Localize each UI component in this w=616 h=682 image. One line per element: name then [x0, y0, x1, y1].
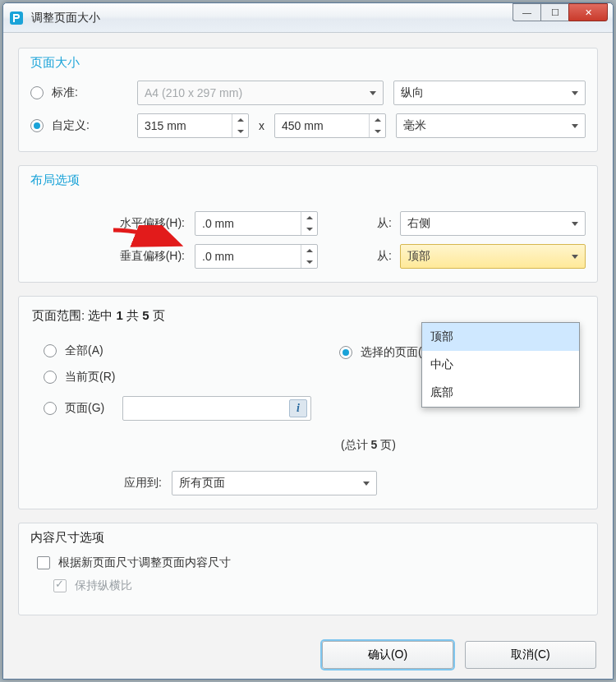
- maximize-button[interactable]: ☐: [540, 3, 568, 21]
- label-x: x: [259, 119, 264, 132]
- chevron-down-icon: [572, 222, 578, 226]
- input-v-offset-value: .0 mm: [202, 250, 234, 263]
- select-page-preset-value: A4 (210 x 297 mm): [145, 86, 242, 99]
- label-pages: 页面(G): [65, 401, 122, 416]
- checkbox-keep-aspect: [53, 579, 67, 592]
- spin-down-icon[interactable]: [370, 126, 385, 137]
- select-apply-to[interactable]: 所有页面: [172, 471, 377, 495]
- input-v-offset[interactable]: .0 mm: [195, 244, 318, 269]
- label-apply-to: 应用到:: [30, 476, 172, 491]
- input-h-offset[interactable]: .0 mm: [195, 211, 318, 236]
- label-current-page: 当前页(R): [65, 370, 115, 385]
- select-unit-value: 毫米: [403, 118, 426, 133]
- checkbox-resize-content[interactable]: [37, 556, 50, 569]
- group-title-layout: 布局选项: [30, 173, 586, 188]
- app-icon: [8, 10, 25, 26]
- select-orientation-value: 纵向: [401, 85, 424, 100]
- dialog-window: 调整页面大小 — ☐ ✕ 页面大小 标准: A4 (210 x 297 mm): [2, 2, 614, 680]
- radio-current-page[interactable]: [44, 371, 57, 384]
- dropdown-item[interactable]: 底部: [422, 379, 579, 407]
- chevron-down-icon: [363, 482, 370, 486]
- group-layout: 布局选项 水平偏移(H): .0 mm 从: 右侧 垂直偏移(H): .0 mm: [18, 165, 598, 283]
- select-v-from-value: 顶部: [407, 249, 430, 264]
- label-from-h: 从:: [318, 216, 400, 231]
- input-height-value: 450 mm: [282, 119, 324, 132]
- input-h-offset-value: .0 mm: [202, 217, 234, 230]
- group-page-size: 页面大小 标准: A4 (210 x 297 mm) 纵向: [18, 48, 598, 152]
- cancel-button[interactable]: 取消(C): [465, 641, 596, 669]
- select-apply-to-value: 所有页面: [179, 476, 225, 491]
- radio-standard[interactable]: [30, 86, 44, 99]
- chevron-down-icon: [572, 124, 578, 128]
- window-controls: — ☐ ✕: [513, 3, 608, 21]
- select-orientation[interactable]: 纵向: [393, 81, 586, 105]
- input-width[interactable]: 315 mm: [137, 113, 249, 138]
- group-title-content-size: 内容尺寸选项: [30, 530, 586, 546]
- spin-down-icon[interactable]: [301, 256, 317, 268]
- label-standard: 标准:: [52, 85, 78, 100]
- info-icon[interactable]: i: [289, 399, 307, 417]
- radio-all-pages[interactable]: [44, 344, 57, 357]
- radio-pages[interactable]: [44, 402, 57, 415]
- chevron-down-icon: [370, 91, 376, 95]
- label-resize-content: 根据新页面尺寸调整页面内容尺寸: [58, 555, 231, 570]
- spin-down-icon[interactable]: [301, 223, 317, 235]
- dropdown-v-from: 顶部 中心 底部: [421, 322, 580, 408]
- spin-up-icon[interactable]: [370, 114, 385, 126]
- dialog-buttons: 确认(O) 取消(C): [3, 641, 613, 669]
- label-h-offset: 水平偏移(H):: [30, 216, 195, 231]
- ok-button[interactable]: 确认(O): [322, 641, 453, 669]
- select-unit[interactable]: 毫米: [396, 113, 586, 138]
- radio-custom[interactable]: [30, 119, 44, 132]
- input-height[interactable]: 450 mm: [274, 113, 386, 138]
- select-page-preset[interactable]: A4 (210 x 297 mm): [137, 81, 384, 105]
- input-pages[interactable]: i: [122, 396, 311, 421]
- dialog-content: 页面大小 标准: A4 (210 x 297 mm) 纵向: [3, 33, 613, 679]
- select-h-from-value: 右侧: [407, 216, 430, 231]
- label-total-pages: (总计 5 页): [341, 438, 396, 451]
- input-width-value: 315 mm: [145, 119, 186, 132]
- titlebar: 调整页面大小 — ☐ ✕: [3, 3, 613, 33]
- radio-selected-pages[interactable]: [339, 346, 352, 359]
- group-title-page-size: 页面大小: [30, 55, 586, 71]
- label-all-pages: 全部(A): [65, 343, 103, 358]
- minimize-button[interactable]: —: [513, 3, 540, 21]
- spin-up-icon[interactable]: [301, 245, 317, 256]
- close-button[interactable]: ✕: [568, 3, 608, 21]
- chevron-down-icon: [572, 91, 578, 95]
- label-custom: 自定义:: [52, 118, 90, 133]
- spin-up-icon[interactable]: [301, 212, 317, 223]
- group-content-size: 内容尺寸选项 根据新页面尺寸调整页面内容尺寸 保持纵横比: [18, 523, 598, 615]
- spin-down-icon[interactable]: [232, 126, 248, 137]
- chevron-down-icon: [572, 255, 578, 259]
- label-from-v: 从:: [318, 249, 400, 264]
- label-keep-aspect: 保持纵横比: [75, 578, 132, 593]
- dropdown-item[interactable]: 顶部: [422, 323, 579, 351]
- select-v-from[interactable]: 顶部: [400, 244, 586, 269]
- dropdown-item[interactable]: 中心: [422, 351, 579, 379]
- label-v-offset: 垂直偏移(H):: [30, 249, 195, 264]
- select-h-from[interactable]: 右侧: [400, 211, 586, 236]
- spin-up-icon[interactable]: [232, 114, 248, 126]
